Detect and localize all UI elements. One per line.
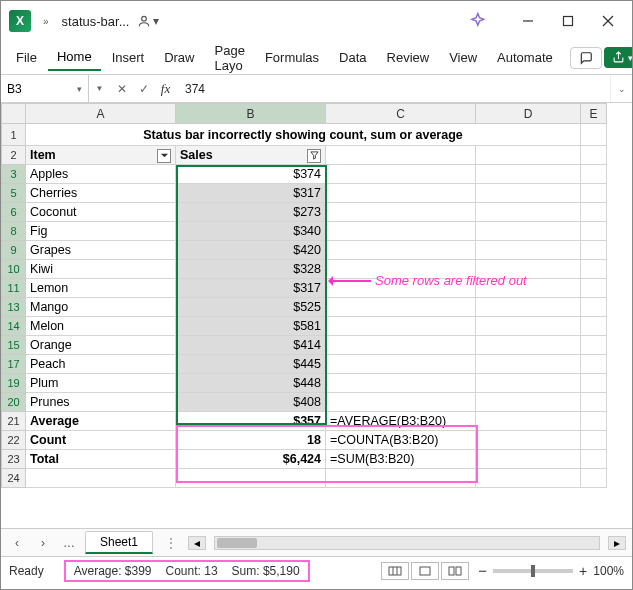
- cell-item[interactable]: Prunes: [26, 393, 176, 412]
- view-page-layout-button[interactable]: [411, 562, 439, 580]
- view-normal-button[interactable]: [381, 562, 409, 580]
- cell-item[interactable]: Plum: [26, 374, 176, 393]
- row-head[interactable]: 15: [2, 336, 26, 355]
- file-title[interactable]: status-bar...: [62, 14, 130, 29]
- presence-indicator[interactable]: ▾: [137, 14, 159, 28]
- cell-header-sales[interactable]: Sales: [176, 146, 326, 165]
- cell-item[interactable]: Coconut: [26, 203, 176, 222]
- tab-file[interactable]: File: [7, 45, 46, 70]
- cell-summary-label[interactable]: Average: [26, 412, 176, 431]
- close-button[interactable]: [588, 7, 628, 35]
- cell-item[interactable]: Lemon: [26, 279, 176, 298]
- name-box[interactable]: B3 ▾: [1, 75, 89, 102]
- cell-summary-formula[interactable]: =SUM(B3:B20): [326, 450, 476, 469]
- formula-cancel-button[interactable]: ✕: [111, 75, 133, 102]
- zoom-in-button[interactable]: +: [579, 563, 587, 579]
- cell-sales[interactable]: $445: [176, 355, 326, 374]
- col-B[interactable]: B: [176, 104, 326, 124]
- formula-input[interactable]: 374: [177, 75, 610, 102]
- copilot-icon[interactable]: [466, 10, 488, 32]
- row-head[interactable]: 21: [2, 412, 26, 431]
- quick-access-chevron[interactable]: »: [31, 16, 62, 27]
- cell-sales[interactable]: $414: [176, 336, 326, 355]
- zoom-level[interactable]: 100%: [593, 564, 624, 578]
- row-head[interactable]: 14: [2, 317, 26, 336]
- select-all-corner[interactable]: [2, 104, 26, 124]
- cell-item[interactable]: Cherries: [26, 184, 176, 203]
- hscroll-thumb[interactable]: [217, 538, 257, 548]
- sheet-nav-more[interactable]: …: [59, 536, 79, 550]
- hscroll-right[interactable]: ▸: [608, 536, 626, 550]
- zoom-slider-thumb[interactable]: [531, 565, 535, 577]
- cell-sales[interactable]: $525: [176, 298, 326, 317]
- cell-summary-value[interactable]: $6,424: [176, 450, 326, 469]
- zoom-slider[interactable]: [493, 569, 573, 573]
- sheet-nav-prev[interactable]: ‹: [7, 536, 27, 550]
- row-head[interactable]: 20: [2, 393, 26, 412]
- row-head[interactable]: 17: [2, 355, 26, 374]
- tab-automate[interactable]: Automate: [488, 45, 562, 70]
- cell-sales[interactable]: $408: [176, 393, 326, 412]
- hscroll-left[interactable]: ◂: [188, 536, 206, 550]
- row-head[interactable]: 9: [2, 241, 26, 260]
- cell-summary-label[interactable]: Count: [26, 431, 176, 450]
- comments-button[interactable]: [570, 47, 602, 69]
- col-E[interactable]: E: [581, 104, 607, 124]
- cell-item[interactable]: Orange: [26, 336, 176, 355]
- grid[interactable]: A B C D E 1 Status bar incorrectly showi…: [1, 103, 632, 528]
- cell-summary-formula[interactable]: =AVERAGE(B3:B20): [326, 412, 476, 431]
- tab-review[interactable]: Review: [378, 45, 439, 70]
- col-C[interactable]: C: [326, 104, 476, 124]
- cell-header-item[interactable]: Item: [26, 146, 176, 165]
- share-button[interactable]: ▾: [604, 47, 633, 68]
- row-head[interactable]: 13: [2, 298, 26, 317]
- cell-sales[interactable]: $317: [176, 279, 326, 298]
- sheet-nav-next[interactable]: ›: [33, 536, 53, 550]
- cell-summary-value[interactable]: 18: [176, 431, 326, 450]
- tab-scroll-grip[interactable]: ⋮: [159, 536, 182, 550]
- col-D[interactable]: D: [476, 104, 581, 124]
- cell-sales[interactable]: $273: [176, 203, 326, 222]
- row-head[interactable]: 22: [2, 431, 26, 450]
- formula-enter-button[interactable]: ✓: [133, 75, 155, 102]
- row-head-2[interactable]: 2: [2, 146, 26, 165]
- cell-item[interactable]: Grapes: [26, 241, 176, 260]
- cell-title[interactable]: Status bar incorrectly showing count, su…: [26, 124, 581, 146]
- cell-sales[interactable]: $328: [176, 260, 326, 279]
- tab-view[interactable]: View: [440, 45, 486, 70]
- zoom-out-button[interactable]: −: [478, 562, 487, 579]
- row-head[interactable]: 10: [2, 260, 26, 279]
- cell-item[interactable]: Fig: [26, 222, 176, 241]
- row-head[interactable]: 19: [2, 374, 26, 393]
- cell-sales[interactable]: $420: [176, 241, 326, 260]
- minimize-button[interactable]: [508, 7, 548, 35]
- row-head-1[interactable]: 1: [2, 124, 26, 146]
- col-A[interactable]: A: [26, 104, 176, 124]
- filter-icon-item[interactable]: [157, 149, 171, 163]
- cell-item[interactable]: Melon: [26, 317, 176, 336]
- formula-dropdown-icon[interactable]: ▼: [89, 75, 111, 102]
- row-head[interactable]: 6: [2, 203, 26, 222]
- fx-button[interactable]: fx: [155, 75, 177, 102]
- tab-formulas[interactable]: Formulas: [256, 45, 328, 70]
- cell-sales[interactable]: $340: [176, 222, 326, 241]
- cell-item[interactable]: Peach: [26, 355, 176, 374]
- tab-insert[interactable]: Insert: [103, 45, 154, 70]
- hscroll-track[interactable]: [214, 536, 600, 550]
- view-page-break-button[interactable]: [441, 562, 469, 580]
- cell-sales[interactable]: $448: [176, 374, 326, 393]
- cell-summary-formula[interactable]: =COUNTA(B3:B20): [326, 431, 476, 450]
- tab-page-layout[interactable]: Page Layo: [206, 38, 254, 78]
- cell-sales[interactable]: $374: [176, 165, 326, 184]
- tab-home[interactable]: Home: [48, 44, 101, 71]
- cell-item[interactable]: Mango: [26, 298, 176, 317]
- formula-expand-icon[interactable]: ⌄: [610, 75, 632, 102]
- cell-summary-label[interactable]: Total: [26, 450, 176, 469]
- row-head[interactable]: 5: [2, 184, 26, 203]
- tab-draw[interactable]: Draw: [155, 45, 203, 70]
- cell-sales[interactable]: $581: [176, 317, 326, 336]
- row-head[interactable]: 8: [2, 222, 26, 241]
- cell-summary-value[interactable]: $357: [176, 412, 326, 431]
- sheet-tab-1[interactable]: Sheet1: [85, 531, 153, 554]
- maximize-button[interactable]: [548, 7, 588, 35]
